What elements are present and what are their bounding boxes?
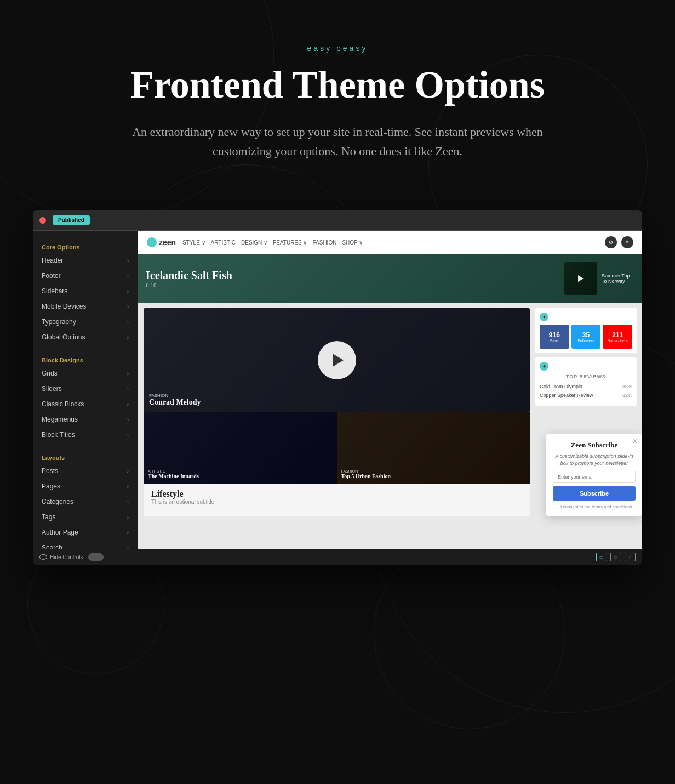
hero-text: Icelandic Salt Fish 6:10 <box>146 269 232 288</box>
hero-right: Summer Trip To Norway <box>564 262 634 295</box>
twitter-social-icon[interactable]: 35 Followers <box>571 325 601 349</box>
play-triangle-large-icon <box>333 354 344 367</box>
hide-controls-toggle[interactable] <box>88 553 104 561</box>
small-card-0: Artistic The Machine Innards <box>144 412 337 484</box>
sidebar-item-posts[interactable]: Posts › <box>33 463 138 479</box>
sidebar-item-block-titles[interactable]: Block Titles › <box>33 427 138 442</box>
sidebar-item-sidebars[interactable]: Sidebars › <box>33 283 138 299</box>
subscribe-checkbox[interactable] <box>553 504 558 509</box>
subscribe-email-input[interactable] <box>553 471 636 483</box>
chevron-icon: › <box>127 545 129 549</box>
subscribe-popup: ✕ Zeen Subscribe A customizable subscrip… <box>546 434 642 516</box>
reviews-title: TOP REVIEWS <box>540 374 632 379</box>
hero-banner: Icelandic Salt Fish 6:10 Summer Trip To … <box>138 254 642 303</box>
eye-icon <box>39 554 47 560</box>
review-row-1: Copper Speaker Review 82% <box>540 393 632 398</box>
main-title: Frontend Theme Options <box>11 64 664 106</box>
lifestyle-title: Lifestyle <box>151 489 522 499</box>
sidebar-item-grids[interactable]: Grids › <box>33 366 138 381</box>
yt-label: Subscribers <box>608 339 628 343</box>
nav-link-fashion[interactable]: FASHION <box>313 240 337 246</box>
content-main: Fashion Conrad Melody <box>144 308 530 544</box>
tagline: easy peasy <box>11 44 664 53</box>
chevron-icon: › <box>127 319 129 325</box>
chevron-icon: › <box>127 530 129 536</box>
chevron-icon: › <box>127 371 129 377</box>
nav-link-design[interactable]: DESIGN ∨ <box>241 240 267 246</box>
subscribe-close-button[interactable]: ✕ <box>632 438 638 445</box>
lifestyle-section: Lifestyle This is an optional subtitle <box>144 484 530 516</box>
video-card-title: Conrad Melody <box>149 398 201 407</box>
tablet-view-icon[interactable]: ▭ <box>610 553 621 561</box>
sidebar-item-search[interactable]: Search › <box>33 540 138 549</box>
hero-play-button[interactable] <box>564 262 597 295</box>
fb-label: Fans <box>550 339 559 343</box>
subscribe-button[interactable]: Subscribe <box>553 486 636 501</box>
browser-bottombar: Hide Controls ▭ ▭ ▯ <box>33 549 642 565</box>
hero-thumb-label: Summer Trip To Norway <box>602 273 634 284</box>
chevron-icon: › <box>127 273 129 279</box>
chevron-icon: › <box>127 288 129 294</box>
sidebar-item-pages[interactable]: Pages › <box>33 479 138 494</box>
small-card-1: Fashion Top 5 Urban Fashion <box>337 412 530 484</box>
hero-title: Icelandic Salt Fish <box>146 269 232 282</box>
chevron-icon: › <box>127 514 129 520</box>
chevron-icon: › <box>127 304 129 310</box>
sidebar-item-global[interactable]: Global Options › <box>33 329 138 345</box>
sidebar-item-typography[interactable]: Typography › <box>33 314 138 329</box>
chevron-icon: › <box>127 258 129 264</box>
nav-icons-right: ⚙ ≡ <box>605 236 633 248</box>
desktop-view-icon[interactable]: ▭ <box>596 553 607 561</box>
hide-controls-label: Hide Controls <box>50 554 83 560</box>
sidebar-item-megamenus[interactable]: Megamenus › <box>33 412 138 427</box>
mobile-view-icon[interactable]: ▯ <box>625 553 636 561</box>
small-card-category-1: Fashion <box>341 469 391 473</box>
nav-search-icon[interactable]: ⚙ <box>605 236 617 248</box>
sidebar: Core Options Header › Footer › Sidebars … <box>33 231 138 549</box>
nav-link-features[interactable]: FEATURES ∨ <box>273 240 307 246</box>
sidebar-item-tags[interactable]: Tags › <box>33 509 138 525</box>
chevron-icon: › <box>127 417 129 423</box>
sidebar-item-categories[interactable]: Categories › <box>33 494 138 509</box>
nav-link-shop[interactable]: SHOP ∨ <box>342 240 363 246</box>
nav-link-artistic[interactable]: ARTISTIC <box>211 240 236 246</box>
chevron-icon: › <box>127 484 129 490</box>
review-row-0: Gold From Olympia 88% <box>540 384 632 389</box>
yt-count: 211 <box>612 331 623 339</box>
browser-mockup: Published Core Options Header › Footer ›… <box>33 210 642 565</box>
logo-dot <box>147 237 157 247</box>
preview-area: zeen STYLE ∨ ARTISTIC DESIGN ∨ FEATURES … <box>138 231 642 549</box>
sidebar-item-author[interactable]: Author Page › <box>33 525 138 540</box>
browser-close-button[interactable] <box>39 217 46 224</box>
facebook-social-icon[interactable]: 916 Fans <box>540 325 569 349</box>
two-cards-row: Artistic The Machine Innards Fashion T <box>144 412 530 484</box>
hero-duration: 6:10 <box>146 282 232 288</box>
youtube-social-icon[interactable]: 211 Subscribers <box>603 325 632 349</box>
social-icons-row: 916 Fans 35 Followers 211 Subscribers <box>540 325 632 349</box>
small-card-text-1: Fashion Top 5 Urban Fashion <box>341 469 391 479</box>
subscribe-terms-text: I consent to the terms and conditions <box>560 504 632 509</box>
sidebar-layouts-title: Layouts <box>33 450 138 463</box>
reviews-box: ✦ TOP REVIEWS Gold From Olympia 88% Copp… <box>535 357 637 406</box>
nav-link-style[interactable]: STYLE ∨ <box>182 240 205 246</box>
browser-topbar: Published <box>33 210 642 231</box>
sidebar-item-sliders[interactable]: Sliders › <box>33 381 138 396</box>
small-card-title-1: Top 5 Urban Fashion <box>341 473 391 479</box>
sidebar-item-footer[interactable]: Footer › <box>33 268 138 283</box>
sidebar-core-options-title: Core Options <box>33 240 138 253</box>
chevron-icon: › <box>127 386 129 392</box>
review-score-1: 82% <box>622 393 632 398</box>
published-badge: Published <box>53 215 90 225</box>
lifestyle-subtitle: This is an optional subtitle <box>151 499 522 505</box>
sidebar-item-mobile[interactable]: Mobile Devices › <box>33 299 138 314</box>
subscribe-description: A customizable subscription slide-in box… <box>553 453 636 467</box>
hide-controls-button[interactable]: Hide Controls <box>39 553 104 561</box>
sidebar-item-header[interactable]: Header › <box>33 253 138 268</box>
nav-menu-icon[interactable]: ≡ <box>621 236 633 248</box>
chevron-icon: › <box>127 401 129 407</box>
play-button-large[interactable] <box>318 341 356 379</box>
sidebar-item-classic-blocks[interactable]: Classic Blocks › <box>33 396 138 412</box>
subscribe-title: Zeen Subscribe <box>553 441 636 450</box>
review-label-1: Copper Speaker Review <box>540 393 593 398</box>
site-nav: zeen STYLE ∨ ARTISTIC DESIGN ∨ FEATURES … <box>138 231 642 254</box>
